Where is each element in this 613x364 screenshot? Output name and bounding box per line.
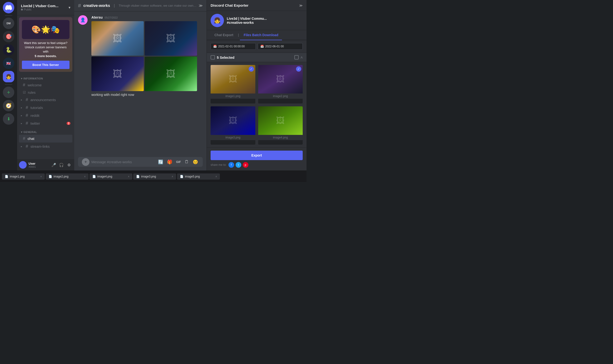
file-icon-3: 📄 xyxy=(92,175,96,178)
channel-list: ▾ INFORMATION # welcome ☑ rules ▸ # anno… xyxy=(17,74,74,159)
expand-icon: ▸ xyxy=(21,145,22,148)
panel-expand-icon[interactable]: ≫ xyxy=(299,4,303,7)
attach-button[interactable]: + xyxy=(82,158,90,166)
chat-input[interactable] xyxy=(91,157,155,167)
grid-image-4[interactable]: 🖼 image4.png xyxy=(258,106,303,145)
server-icon-dm[interactable]: DM xyxy=(3,18,14,29)
channel-announcements[interactable]: ▸ # announcements xyxy=(19,96,72,104)
chat-input-wrapper: + 🔄 🎁 GIF 🗒 😊 xyxy=(78,157,203,167)
message-images: 🖼 🖼 🖼 🖼 xyxy=(91,21,203,91)
server-icon-2[interactable]: 🐍 xyxy=(3,44,14,56)
date-start-input[interactable]: 📅 2021-02-01 00:00:00 xyxy=(211,43,256,50)
taskbar-filename-2: image2.png xyxy=(53,175,83,178)
message-image-3[interactable]: 🖼 xyxy=(91,57,144,91)
gif-button[interactable]: GIF xyxy=(175,159,182,165)
tab-divider: | xyxy=(237,30,240,40)
panel-header: Discord Chat Exporter ≫ xyxy=(207,0,307,11)
hash-icon: # xyxy=(26,97,28,102)
taskbar-item-2[interactable]: 📄 image2.png ∧ xyxy=(46,173,89,180)
server-info-text: Live3d | Vtuber Commu... #creative-works xyxy=(227,17,303,25)
grid-image-1[interactable]: 🖼 ✓ image1.png xyxy=(211,65,255,104)
select-all-label: A xyxy=(300,56,303,59)
message-image-1[interactable]: 🖼 xyxy=(91,21,144,56)
user-info: User #0001 xyxy=(28,162,49,168)
emoji-button[interactable]: 😊 xyxy=(192,158,199,166)
main-select-checkbox[interactable] xyxy=(211,55,215,59)
main-chat: # creative-works | Through vtuber maker … xyxy=(74,0,207,170)
server-icon-3[interactable]: 🇬🇧 xyxy=(3,58,14,69)
export-button[interactable]: Export xyxy=(211,151,303,160)
user-controls: User #0001 🎤 🎧 ⚙ xyxy=(17,159,74,170)
server-icon-live3d[interactable]: 👧 xyxy=(3,71,14,82)
taskbar-item-4[interactable]: 📄 image3.png ∧ xyxy=(133,173,176,180)
channel-name-label: reddit xyxy=(30,114,70,117)
twitter-badge: 2 xyxy=(67,122,70,125)
share-pinterest[interactable]: p xyxy=(243,162,248,168)
deafen-button[interactable]: 🎧 xyxy=(58,162,65,168)
explore-icon[interactable]: 🧭 xyxy=(3,100,14,111)
image-check-1[interactable]: ✓ xyxy=(249,66,254,72)
add-server-icon[interactable]: + xyxy=(3,87,14,98)
taskbar-item-3[interactable]: 📄 image4.png ∧ xyxy=(90,173,132,180)
share-icons: f t p xyxy=(228,162,248,168)
grid-image-2[interactable]: 🖼 ✓ image2.png xyxy=(258,65,303,104)
status-label: Public xyxy=(24,8,32,11)
download-icon[interactable]: ⬇ xyxy=(3,113,14,125)
calendar-icon: 📅 xyxy=(213,45,217,48)
refresh-button[interactable]: 🔄 xyxy=(157,158,164,166)
message-header: Atersu 05/27/2022 xyxy=(91,15,203,19)
channel-name-label: tutorials xyxy=(30,106,70,110)
category-name: INFORMATION xyxy=(24,77,43,80)
channel-welcome[interactable]: # welcome xyxy=(19,81,72,89)
grid-image-3[interactable]: 🖼 image3.png xyxy=(211,106,255,145)
hash-icon: # xyxy=(26,144,28,149)
hash-icon: # xyxy=(26,105,28,110)
calendar-icon-2: 📅 xyxy=(260,45,264,48)
date-range-row: 📅 2021-02-01 00:00:00 📅 2022-06-01 00 xyxy=(207,40,307,53)
taskbar-filename-4: image3.png xyxy=(141,175,170,178)
boost-panel: ✕ 🎨🌟🎭 Want this server to feel unique? U… xyxy=(19,17,72,72)
hash-icon: # xyxy=(26,113,28,118)
taskbar-item-5[interactable]: 📄 image5.png ∧ xyxy=(177,173,220,180)
channel-chat[interactable]: # chat xyxy=(19,135,72,143)
tab-chat-export[interactable]: Chat Export xyxy=(211,30,237,40)
channel-sidebar: Live3d | Vtuber Com... Public ▾ ✕ 🎨🌟🎭 Wa… xyxy=(17,0,74,170)
settings-button[interactable]: ⚙ xyxy=(66,162,72,168)
message-image-2[interactable]: 🖼 xyxy=(145,21,197,56)
taskbar-item-1[interactable]: 📄 image1.png ∧ xyxy=(2,173,45,180)
channel-reddit[interactable]: ▸ # reddit xyxy=(19,112,72,119)
discord-home-icon[interactable] xyxy=(3,2,14,13)
thumb-3: 🖼 xyxy=(211,106,255,135)
date-start-value: 2021-02-01 00:00:00 xyxy=(218,45,245,48)
server-header[interactable]: Live3d | Vtuber Com... Public ▾ xyxy=(17,0,74,15)
select-all-checkbox[interactable] xyxy=(294,55,299,59)
hash-icon: # xyxy=(23,136,25,141)
channel-rules[interactable]: ☑ rules xyxy=(19,89,72,96)
image-check-2[interactable]: ✓ xyxy=(296,66,301,72)
sticker-button[interactable]: 🗒 xyxy=(184,158,190,165)
mute-button[interactable]: 🎤 xyxy=(51,162,57,168)
category-general[interactable]: ▾ GENERAL xyxy=(17,129,74,135)
chat-input-icons: 🔄 🎁 GIF 🗒 😊 xyxy=(157,158,199,166)
share-facebook[interactable]: f xyxy=(228,162,234,168)
image-filename-3: image3.png xyxy=(211,135,255,140)
channel-tutorials[interactable]: ▸ # tutorials xyxy=(19,104,72,112)
category-information[interactable]: ▾ INFORMATION xyxy=(17,76,74,81)
username: User xyxy=(28,162,49,165)
tab-files-batch[interactable]: Files Batch Download xyxy=(240,30,282,40)
file-icon-2: 📄 xyxy=(49,175,52,178)
boost-highlight: 5 more boosts. xyxy=(35,54,57,58)
share-twitter[interactable]: t xyxy=(235,162,241,168)
expand-panel-btn[interactable]: ≫ xyxy=(199,3,203,8)
channel-stream-links[interactable]: ▸ # stream-links xyxy=(19,143,72,150)
date-end-input[interactable]: 📅 2022-06-01 00 xyxy=(258,43,303,50)
channel-name-label: rules xyxy=(28,91,70,94)
server-icon-1[interactable]: 🎯 xyxy=(3,31,14,42)
taskbar-chevron-2: ∧ xyxy=(84,175,86,178)
chat-input-area: + 🔄 🎁 GIF 🗒 😊 xyxy=(74,153,207,170)
channel-twitter[interactable]: ▸ # twitter 2 xyxy=(19,119,72,127)
image-row-1: 🖼 🖼 xyxy=(91,21,203,56)
message-image-4[interactable]: 🖼 xyxy=(145,57,197,91)
gift-button[interactable]: 🎁 xyxy=(166,158,173,166)
boost-button[interactable]: Boost This Server xyxy=(22,61,69,69)
